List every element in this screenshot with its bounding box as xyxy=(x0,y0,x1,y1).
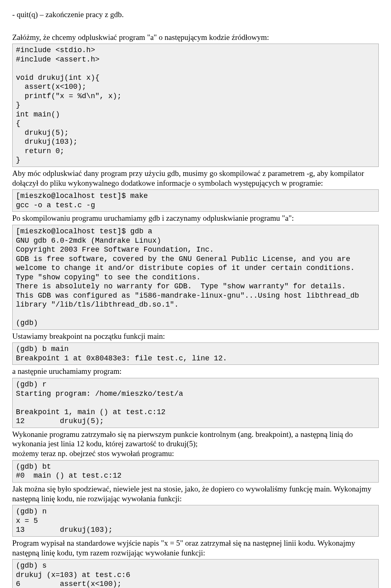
code-run: (gdb) r Starting program: /home/mieszko/… xyxy=(12,378,379,428)
paragraph-step: Program wypisał na standardowe wyjście n… xyxy=(12,538,379,558)
paragraph-quit: - quit(q) – zakończenie pracy z gdb. xyxy=(12,10,379,20)
paragraph-breakpoint: Ustawiamy breakpoint na początku funkcji… xyxy=(12,331,379,341)
paragraph-run: a następnie uruchamiamy program: xyxy=(12,366,379,376)
code-bt: (gdb) bt #0 main () at test.c:12 xyxy=(12,460,379,483)
code-source: #include <stdio.h> #include <assert.h> v… xyxy=(12,44,379,167)
code-make: [mieszko@localhost test]$ make gcc -o a … xyxy=(12,189,379,212)
code-step: (gdb) s drukuj (x=103) at test.c:6 6 ass… xyxy=(12,559,379,588)
paragraph-stopped: Wykonanie programu zatrzymało się na pie… xyxy=(12,430,379,459)
paragraph-compile: Aby móc odpluskwiać dany program przy uż… xyxy=(12,169,379,188)
code-breakpoint: (gdb) b main Breakpoint 1 at 0x80483e3: … xyxy=(12,342,379,365)
code-next: (gdb) n x = 5 13 drukuj(103); xyxy=(12,505,379,537)
paragraph-rungdb: Po skompilowaniu programu uruchamiamy gd… xyxy=(12,213,379,223)
paragraph-intro: Załóżmy, że chcemy odpluskwiać program "… xyxy=(12,33,379,42)
paragraph-next: Jak można się było spodziewać, niewiele … xyxy=(12,484,379,504)
code-gdb-start: [mieszko@localhost test]$ gdb a GNU gdb … xyxy=(12,225,379,330)
